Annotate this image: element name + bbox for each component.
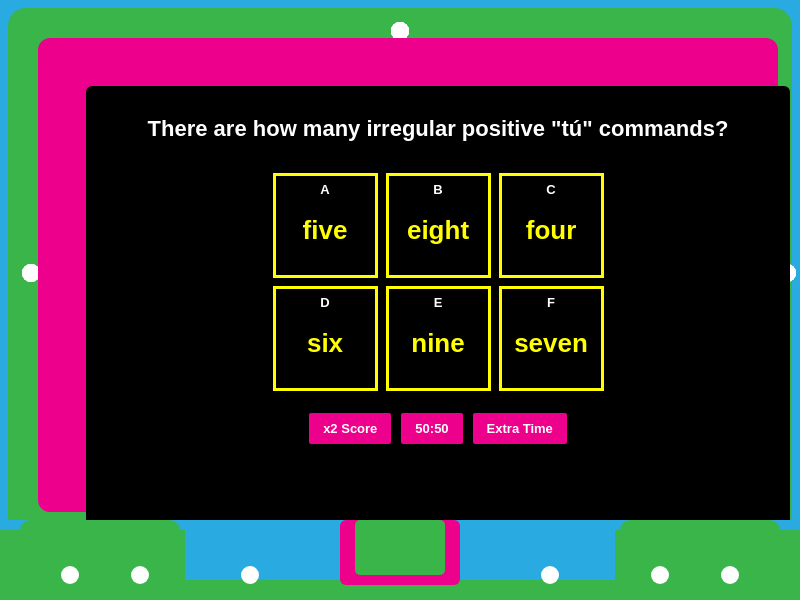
- answer-c-letter: C: [502, 182, 601, 197]
- answer-d[interactable]: D six: [273, 286, 378, 391]
- answer-f-letter: F: [502, 295, 601, 310]
- svg-point-13: [541, 566, 559, 584]
- fifty-fifty-button[interactable]: 50:50: [401, 413, 462, 444]
- powerups-bar: x2 Score 50:50 Extra Time: [309, 413, 567, 444]
- svg-rect-4: [185, 520, 340, 580]
- svg-rect-7: [355, 520, 445, 575]
- game-screen: There are how many irregular positive "t…: [86, 86, 790, 538]
- answer-b-letter: B: [389, 182, 488, 197]
- svg-point-10: [651, 566, 669, 584]
- extra-time-button[interactable]: Extra Time: [473, 413, 567, 444]
- svg-rect-2: [20, 520, 180, 600]
- answers-grid: A five B eight C four D: [273, 173, 604, 391]
- answer-e-word: nine: [411, 328, 464, 359]
- answer-e-letter: E: [389, 295, 488, 310]
- answer-a-letter: A: [276, 182, 375, 197]
- svg-rect-5: [460, 520, 615, 580]
- answer-d-letter: D: [276, 295, 375, 310]
- answer-a[interactable]: A five: [273, 173, 378, 278]
- answer-f[interactable]: F seven: [499, 286, 604, 391]
- answer-a-word: five: [303, 215, 348, 246]
- outer-frame: There are how many irregular positive "t…: [0, 0, 800, 600]
- svg-point-9: [131, 566, 149, 584]
- answer-b[interactable]: B eight: [386, 173, 491, 278]
- svg-point-8: [61, 566, 79, 584]
- x2-score-button[interactable]: x2 Score: [309, 413, 391, 444]
- svg-rect-3: [620, 520, 780, 600]
- svg-point-12: [241, 566, 259, 584]
- bottom-connector: [0, 520, 800, 600]
- answer-d-word: six: [307, 328, 343, 359]
- answer-f-word: seven: [514, 328, 588, 359]
- green-frame: There are how many irregular positive "t…: [8, 8, 792, 538]
- answer-c-word: four: [526, 215, 577, 246]
- question-text: There are how many irregular positive "t…: [148, 114, 729, 145]
- answer-e[interactable]: E nine: [386, 286, 491, 391]
- pink-frame: There are how many irregular positive "t…: [38, 38, 778, 512]
- svg-point-11: [721, 566, 739, 584]
- answer-b-word: eight: [407, 215, 469, 246]
- answer-c[interactable]: C four: [499, 173, 604, 278]
